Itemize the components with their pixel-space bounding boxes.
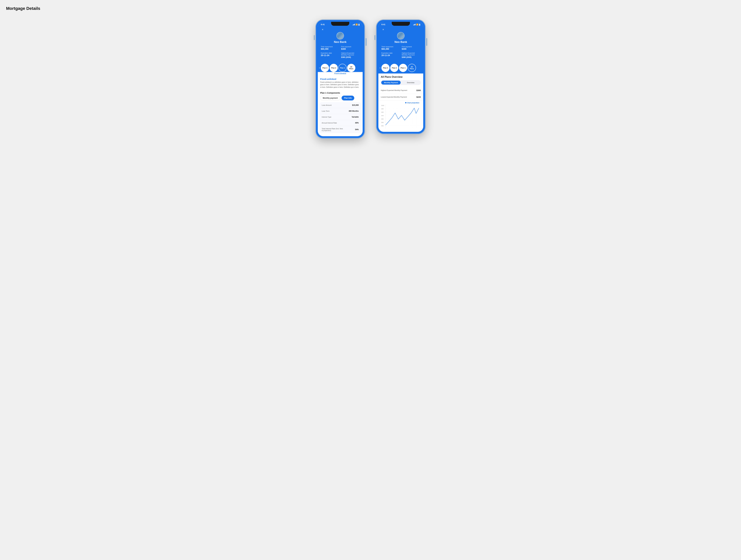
svg-text:$600: $600 (382, 118, 384, 120)
table-row: Total Interest Rate (Incl. fees & projec… (320, 126, 361, 133)
status-time-right: 9:41 (382, 23, 385, 25)
chevron-left-right[interactable]: ‹ (380, 66, 381, 69)
plan-tab-all-left[interactable]: AllPlans (347, 64, 355, 72)
expiration-left: Expiration date 20-11-24 (321, 52, 339, 59)
toggle-tabs-left: Monthly payment Plan Info (318, 95, 362, 102)
section-desc-left: Fixed-unlinked is a definition goes in h… (318, 81, 362, 90)
chart-wrapper: $1000 $900 $800 $700 $600 $500 $400 (382, 104, 420, 129)
status-icons-right: 📶 ▓ (413, 23, 420, 25)
phones-container: 9:41 📶 ▓ × Neo Bank (6, 20, 735, 138)
plan-selected-label-left: Fixed-unlinked (318, 73, 362, 76)
total-repayment-right: Total repayment $60,390 (382, 46, 400, 50)
all-plans-title: All Plans Overview (379, 73, 423, 80)
highest-payment-right: Highest Expected Monthly Payment $390 (2… (402, 52, 420, 59)
close-button-left[interactable]: × (321, 28, 324, 31)
table-row: Loan Term 400 Months (320, 108, 361, 114)
plan-tab-all-right[interactable]: AllPlans (408, 64, 416, 72)
plan-info-toggle-left[interactable]: Plan Info (342, 95, 354, 100)
phone-body-right: All Plans Overview Monthly Payment Overv… (379, 73, 423, 132)
table-row: Loan Amount $15,000 (320, 102, 361, 108)
notch-left (331, 22, 349, 26)
data-table-left: Loan Amount $15,000 Loan Term 400 Months… (320, 102, 361, 133)
section-title-left: Fixed-unlinked (318, 76, 362, 81)
highest-payment-left: Highest Expected Monthly Payment $390 (2… (341, 52, 359, 59)
expiration-right: Expiration date 20-11-24 (382, 52, 400, 59)
monthly-payment-btn-right[interactable]: Monthly Payment (381, 81, 401, 84)
phone-left-inner: 9:41 📶 ▓ × Neo Bank (318, 22, 362, 136)
avatar-right (397, 32, 405, 40)
summary-section: Highest Expected Monthly Payment $300 Lo… (379, 87, 423, 100)
phone-body-left: Fixed-unlinked Fixed-unlinked is a defin… (318, 76, 362, 136)
phone-right-inner: 9:41 📶 ▓ × Neo Bank (379, 22, 423, 132)
svg-text:$900: $900 (382, 108, 384, 110)
table-row: Interest Type Variable (320, 114, 361, 120)
chevron-left-left[interactable]: ‹ (319, 66, 320, 69)
bank-name-right: Neo Bank (382, 41, 420, 44)
page-title: Mortgage Details (6, 6, 735, 11)
highest-monthly-row: Highest Expected Monthly Payment $300 (379, 87, 423, 94)
svg-text:$1000: $1000 (382, 105, 384, 106)
phone-header-right: × Neo Bank Total repayment $60,390 First… (379, 26, 423, 62)
svg-text:$700: $700 (382, 115, 384, 116)
wifi-icon-right: 📶 (416, 23, 418, 25)
lowest-monthly-row: Lowest Expected Monthly Payment $220 (379, 94, 423, 100)
svg-text:$400: $400 (382, 125, 384, 126)
chart-legend: Chart projecttion (380, 102, 422, 104)
first-payment-left: First payment $300 (341, 46, 359, 50)
bank-name-left: Neo Bank (321, 41, 359, 44)
avatar-left (336, 32, 344, 40)
phone-right: 9:41 📶 ▓ × Neo Bank (377, 20, 425, 134)
svg-text:$500: $500 (382, 122, 384, 123)
notch-right (392, 22, 410, 26)
plan-tab-3-right[interactable]: Plan 3 (382, 64, 390, 72)
total-repayment-left: Total repayment $60,390 (321, 46, 339, 50)
plan-tab-2-left[interactable]: Plan 2 (330, 64, 338, 72)
overview-btn-right[interactable]: Overview (401, 81, 420, 84)
plan-tab-2-right[interactable]: Plan 2 (390, 64, 398, 72)
chart-svg: $1000 $900 $800 $700 $600 $500 $400 (382, 104, 420, 129)
svg-text:$800: $800 (382, 112, 384, 113)
plan-tab-1-right[interactable]: Plan 1 (399, 64, 407, 72)
chart-area: Chart projecttion (379, 100, 423, 129)
plans-tabs-right: ‹ Plan 3 Plan 2 Plan 1 AllPlans (379, 62, 423, 72)
monthly-payment-toggle-left[interactable]: Monthly payment (320, 95, 340, 100)
chart-legend-dot (405, 102, 406, 103)
signal-icon-right (413, 24, 415, 25)
plan-tab-3-left[interactable]: Plan 3 (321, 64, 329, 72)
payment-toggle-right: Monthly Payment Overview (381, 80, 421, 85)
phone-header-left: × Neo Bank Total repayment $60,390 First… (318, 26, 362, 62)
plan-components-title-left: Plan 1 Components (318, 90, 362, 95)
header-grid-left: Total repayment $60,390 First payment $3… (321, 46, 359, 59)
first-payment-right: First payment $300 (402, 46, 420, 50)
plans-tabs-left: ‹ Plan 3 Plan 2 Plan 1 AllPlans (318, 62, 362, 72)
header-grid-right: Total repayment $60,390 First payment $3… (382, 46, 420, 59)
battery-icon-left: ▓ (358, 24, 359, 25)
close-button-right[interactable]: × (382, 28, 385, 31)
phone-left: 9:41 📶 ▓ × Neo Bank (316, 20, 364, 138)
signal-icon-left (353, 24, 355, 25)
wifi-icon-left: 📶 (355, 23, 358, 25)
battery-icon-right: ▓ (419, 24, 420, 25)
status-time-left: 9:41 (321, 23, 325, 25)
status-icons-left: 📶 ▓ (353, 23, 359, 25)
chart-legend-label: Chart projecttion (407, 102, 419, 103)
plan-tab-1-left[interactable]: Plan 1 (338, 64, 347, 72)
table-row: Annual Interest Rate 40% (320, 120, 361, 126)
